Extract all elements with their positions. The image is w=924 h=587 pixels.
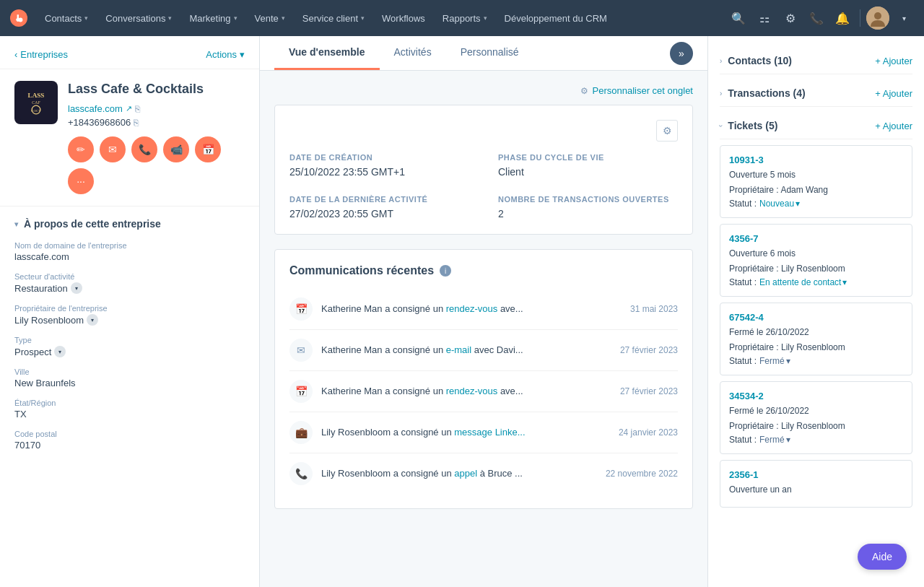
nav-conversations[interactable]: Conversations ▾ [98,9,179,28]
comm-link-0[interactable]: rendez-vous [446,303,498,314]
user-avatar[interactable] [866,6,889,30]
comm-date-1: 27 février 2023 [620,345,678,355]
ticket-id-3[interactable]: 34534-2 [729,391,903,401]
about-header[interactable]: ▾ À propos de cette entreprise [14,218,245,230]
status-dropdown-icon-1: ▾ [842,277,847,287]
comm-text-1: Katherine Man a consigné un e-mail avec … [321,344,611,357]
section-chevron-icon: ▾ [14,220,18,228]
overview-open-deals: NOMBRE DE TRANSACTIONS OUVERTES 2 [498,195,678,219]
ticket-id-0[interactable]: 10931-3 [729,155,903,165]
rs-tickets-header[interactable]: › Tickets (5) + Ajouter [720,113,912,139]
personalize-link[interactable]: Personnaliser cet onglet [593,85,693,96]
video-button[interactable]: 📹 [163,136,189,162]
svg-text:COCY: COCY [31,109,41,113]
marketplace-icon[interactable]: ⚏ [753,6,776,30]
notifications-icon[interactable]: 🔔 [831,6,854,30]
comm-link-3[interactable]: message Linke... [454,427,525,438]
main-content: Vue d'ensemble Activités Personnalisé » … [260,36,707,587]
sector-dropdown-icon[interactable]: ▾ [71,282,82,294]
actions-chevron-icon: ▾ [240,49,245,60]
ticket-status-row-1: Statut : En attente de contact ▾ [729,277,903,287]
comm-link-1[interactable]: e-mail [446,344,471,355]
comm-link-4[interactable]: appel [454,468,477,479]
comm-text-2: Katherine Man a consigné un rendez-vous … [321,385,611,398]
nav-workflows[interactable]: Workflows [375,9,432,28]
info-icon[interactable]: i [440,265,451,277]
calendar-button[interactable]: 📅 [195,136,221,162]
rs-transactions-add[interactable]: + Ajouter [875,88,912,99]
phone-icon[interactable]: 📞 [805,6,828,30]
nav-marketing[interactable]: Marketing ▾ [182,9,244,28]
comm-item-1: ✉ Katherine Man a consigné un e-mail ave… [289,330,678,371]
tab-activites[interactable]: Activités [380,36,446,70]
company-website[interactable]: lasscafe.com ↗ ⎘ [68,103,245,114]
overview-settings-button[interactable]: ⚙ [656,120,678,142]
rs-section-tickets: › Tickets (5) + Ajouter 10931-3 Ouvertur… [720,113,912,508]
breadcrumb[interactable]: ‹ Entreprises [14,49,68,60]
comm-item-2: 📅 Katherine Man a consigné un rendez-vou… [289,371,678,412]
company-logo: LASS CAF COCY [14,81,58,124]
search-icon[interactable]: 🔍 [727,6,750,30]
overview-last-activity: DATE DE LA DERNIÈRE ACTIVITÉ 27/02/2023 … [289,195,469,219]
nav-rapports[interactable]: Rapports ▾ [435,9,494,28]
svg-point-3 [874,12,881,19]
ticket-opening-3: Fermé le 26/10/2022 [729,404,903,417]
nav-vente[interactable]: Vente ▾ [248,9,292,28]
overview-grid: DATE DE CRÉATION 25/10/2022 23:55 GMT+1 … [289,153,678,219]
svg-text:LASS: LASS [28,92,45,99]
rs-contacts-add[interactable]: + Ajouter [875,56,912,66]
more-button[interactable]: ··· [68,168,94,194]
nav-divider [860,9,860,27]
comm-link-2[interactable]: rendez-vous [446,386,498,396]
comm-item-0: 📅 Katherine Man a consigné un rendez-vou… [289,289,678,330]
field-zip: Code postal 70170 [14,430,245,451]
hubspot-logo[interactable] [9,8,29,28]
ticket-status-badge-3[interactable]: Fermé ▾ [759,435,790,445]
ticket-owner-row-1: Propriétaire : Lily Rosenbloom [729,262,903,275]
company-phone: +18436968606 ⎘ [68,117,245,128]
ticket-status-badge-1[interactable]: En attente de contact ▾ [759,277,847,287]
rs-tickets-add[interactable]: + Ajouter [875,121,912,131]
settings-icon[interactable]: ⚙ [779,6,802,30]
chevron-down-icon: ▾ [234,14,237,22]
ticket-status-badge-2[interactable]: Fermé ▾ [759,356,790,366]
rs-contacts-title: Contacts (10) [728,55,792,66]
nav-crm[interactable]: Développement du CRM [497,9,614,28]
help-button[interactable]: Aide [858,544,907,570]
ticket-id-4[interactable]: 2356-1 [729,469,903,480]
nav-service-client[interactable]: Service client ▾ [295,9,372,28]
ticket-status-row-3: Statut : Fermé ▾ [729,435,903,445]
ticket-status-badge-0[interactable]: Nouveau ▾ [759,199,800,209]
rs-tickets-title: Tickets (5) [728,120,777,131]
field-city: Ville New Braunfels [14,368,245,388]
account-chevron-icon[interactable]: ▾ [892,6,915,30]
tab-personnalise[interactable]: Personnalisé [446,36,533,70]
rs-contacts-header[interactable]: › Contacts (10) + Ajouter [720,48,912,74]
comm-text-0: Katherine Man a consigné un rendez-vous … [321,303,622,316]
owner-dropdown-icon[interactable]: ▾ [87,314,98,326]
communications-title: Communications récentes [289,264,434,277]
actions-button[interactable]: Actions ▾ [206,49,245,60]
nav-contacts[interactable]: Contacts ▾ [38,9,95,28]
tabs-expand-button[interactable]: » [670,42,693,65]
main-area: ⚙ Personnaliser cet onglet ⚙ DATE DE CRÉ… [260,71,707,523]
tab-vue-ensemble[interactable]: Vue d'ensemble [274,36,380,70]
status-dropdown-icon-3: ▾ [786,435,790,445]
field-type: Type Prospect ▾ [14,336,245,357]
ticket-id-1[interactable]: 4356-7 [729,233,903,244]
personalize-bar: ⚙ Personnaliser cet onglet [274,85,693,96]
edit-button[interactable]: ✏ [68,136,94,162]
email-button[interactable]: ✉ [100,136,126,162]
rs-transactions-header[interactable]: › Transactions (4) + Ajouter [720,80,912,107]
copy-icon[interactable]: ⎘ [135,104,140,114]
status-dropdown-icon-0: ▾ [796,199,800,209]
overview-creation-date: DATE DE CRÉATION 25/10/2022 23:55 GMT+1 [289,153,469,178]
ticket-owner-row-2: Propriétaire : Lily Rosenbloom [729,341,903,354]
ticket-status-row-0: Statut : Nouveau ▾ [729,199,903,209]
call-button[interactable]: 📞 [131,136,157,162]
type-dropdown-icon[interactable]: ▾ [54,346,66,357]
rs-transactions-title: Transactions (4) [728,87,805,99]
ticket-opening-2: Fermé le 26/10/2022 [729,326,903,339]
ticket-id-2[interactable]: 67542-4 [729,312,903,323]
copy-phone-icon[interactable]: ⎘ [134,118,139,128]
